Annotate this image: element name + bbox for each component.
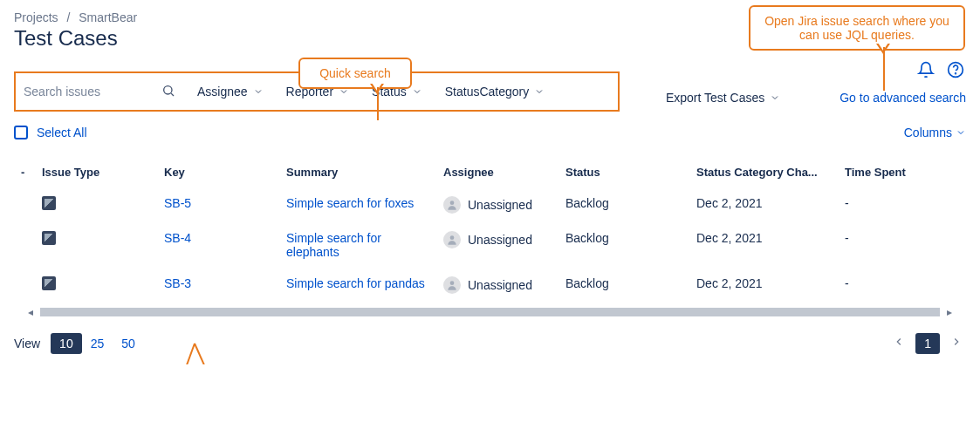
svg-line-3 [171,93,174,96]
svg-point-2 [164,85,172,93]
pager-prev[interactable] [889,332,908,354]
page-size-50[interactable]: 50 [113,333,144,354]
avatar-icon [443,231,461,248]
status-category-changed-value: Dec 2, 2021 [689,187,838,222]
svg-point-6 [450,281,455,285]
table-row[interactable]: SB-4 Simple search for elephants Unassig… [14,222,966,268]
columns-button[interactable]: Columns [904,126,966,139]
select-all-label[interactable]: Select All [37,126,87,139]
status-value: Backlog [559,268,689,303]
page-1[interactable]: 1 [915,333,940,354]
avatar-icon [443,196,461,214]
pager: 1 [889,332,966,354]
status-category-changed-value: Dec 2, 2021 [689,222,838,268]
chevron-down-icon [412,86,422,97]
status-category-changed-value: Dec 2, 2021 [689,268,838,303]
export-test-cases-button[interactable]: Export Test Cases [666,91,780,105]
callout-quick-search: Quick search [298,58,412,89]
callout-line [883,47,885,91]
notifications-icon[interactable] [915,59,936,80]
filter-status-category[interactable]: StatusCategory [438,79,552,104]
advanced-search-link[interactable]: Go to advanced search [840,91,966,105]
chevron-down-icon [534,86,545,97]
col-status[interactable]: Status [559,157,689,187]
callout-jql: Open Jira issue search where you can use… [749,5,965,51]
breadcrumb-projects[interactable]: Projects [14,10,58,24]
col-time-spent[interactable]: Time Spent [838,157,966,187]
assignee-value: Unassigned [468,198,532,212]
horizontal-scrollbar[interactable]: ◂ ▸ [40,308,940,316]
avatar-icon [443,276,461,294]
status-value: Backlog [559,222,689,268]
svg-point-4 [450,201,455,205]
breadcrumb-project-name[interactable]: SmartBear [79,10,137,24]
help-icon[interactable] [945,59,966,80]
issue-type-icon [42,276,56,290]
search-issues-input-wrap [23,78,182,105]
issue-summary-link[interactable]: Simple search for elephants [286,231,381,259]
breadcrumb-separator: / [66,10,70,24]
issue-summary-link[interactable]: Simple search for pandas [286,276,425,290]
export-label: Export Test Cases [666,91,764,105]
chevron-right-icon [950,336,963,348]
page-size-selector: View 102550 [14,337,144,350]
issue-key-link[interactable]: SB-3 [164,276,191,290]
filter-status-category-label: StatusCategory [445,85,530,99]
chevron-left-icon [893,336,905,348]
col-status-category-changed[interactable]: Status Category Cha... [689,157,838,187]
columns-label: Columns [904,126,952,139]
select-all-checkbox[interactable] [14,126,28,139]
svg-point-1 [956,73,956,74]
col-summary[interactable]: Summary [279,157,436,187]
search-issues-input[interactable] [24,79,181,104]
filter-assignee-label: Assignee [197,85,248,99]
issue-summary-link[interactable]: Simple search for foxes [286,196,414,210]
col-key[interactable]: Key [157,157,279,187]
callout-line [377,87,379,120]
issue-key-link[interactable]: SB-5 [164,196,191,210]
time-spent-value: - [838,222,966,268]
issue-type-icon [42,231,56,245]
time-spent-value: - [838,187,966,222]
test-cases-table: - Issue Type Key Summary Assignee Status… [14,157,966,303]
table-row[interactable]: SB-3 Simple search for pandas Unassigned… [14,268,966,303]
assignee-value: Unassigned [468,278,532,292]
assignee-value: Unassigned [468,233,532,247]
view-label: View [14,337,40,350]
status-value: Backlog [559,187,689,222]
table-row[interactable]: SB-5 Simple search for foxes Unassigned … [14,187,966,222]
issue-key-link[interactable]: SB-4 [164,231,191,245]
scroll-left-icon[interactable]: ◂ [28,306,33,318]
time-spent-value: - [838,268,966,303]
filter-assignee[interactable]: Assignee [190,79,271,104]
search-icon[interactable] [161,84,175,100]
issue-type-icon [42,196,56,210]
col-drag: - [14,157,35,187]
page-size-25[interactable]: 25 [82,333,113,354]
svg-point-5 [450,235,455,240]
chevron-down-icon [956,127,966,138]
scroll-right-icon[interactable]: ▸ [947,306,952,318]
page-size-10[interactable]: 10 [51,333,82,354]
chevron-down-icon [253,86,264,97]
col-issue-type[interactable]: Issue Type [35,157,157,187]
chevron-down-icon [770,92,780,103]
pager-next[interactable] [947,332,966,354]
col-assignee[interactable]: Assignee [436,157,559,187]
